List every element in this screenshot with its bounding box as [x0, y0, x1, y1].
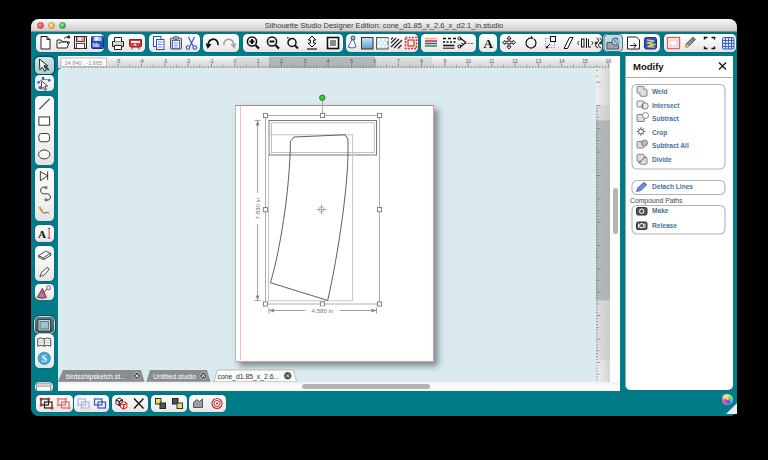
svg-text:12: 12: [512, 58, 518, 64]
svg-text:15: 15: [582, 58, 588, 64]
svg-text:5: 5: [350, 58, 353, 64]
svg-text:Detach Lines: Detach Lines: [652, 183, 693, 190]
svg-text:A: A: [484, 36, 494, 51]
svg-text:4.580 in: 4.580 in: [311, 307, 334, 314]
svg-text:Release: Release: [652, 222, 677, 229]
svg-text:9: 9: [444, 58, 447, 64]
svg-text:-5: -5: [116, 58, 121, 64]
svg-text:13: 13: [536, 58, 542, 64]
svg-text:14: 14: [559, 58, 565, 64]
svg-text:M: M: [615, 39, 620, 45]
svg-text:7.830 in: 7.830 in: [254, 197, 261, 220]
svg-text:Untitled.studio: Untitled.studio: [153, 373, 196, 380]
svg-text:11: 11: [489, 58, 494, 64]
svg-text:-3: -3: [163, 58, 168, 64]
svg-text:8: 8: [420, 58, 423, 64]
svg-text:-4: -4: [139, 58, 144, 64]
svg-text:1: 1: [257, 58, 260, 64]
svg-text:3: 3: [304, 58, 307, 64]
svg-text:birdsshipsketch.st...: birdsshipsketch.st...: [66, 373, 126, 381]
svg-text:Modify: Modify: [633, 61, 664, 72]
svg-text:Divide: Divide: [652, 156, 672, 163]
svg-text:Weld: Weld: [652, 88, 668, 95]
svg-text:Subtract: Subtract: [652, 115, 680, 122]
svg-text:16: 16: [606, 58, 612, 64]
svg-text:4: 4: [327, 58, 330, 64]
svg-text:A: A: [38, 228, 46, 240]
svg-text:lib: lib: [93, 42, 100, 48]
svg-text:7: 7: [397, 58, 400, 64]
svg-text:cone_d1.85_x_2.6...: cone_d1.85_x_2.6...: [218, 373, 280, 381]
svg-text:Subtract All: Subtract All: [652, 142, 689, 149]
svg-text:0: 0: [233, 58, 236, 64]
svg-text:Intersect: Intersect: [652, 102, 680, 109]
svg-text:6: 6: [374, 58, 377, 64]
svg-text:2: 2: [280, 58, 283, 64]
svg-text:-1: -1: [209, 58, 214, 64]
svg-text:Compound Paths: Compound Paths: [630, 197, 683, 205]
svg-text:-2: -2: [186, 58, 191, 64]
svg-text:10: 10: [466, 58, 472, 64]
svg-text:Make: Make: [652, 207, 669, 214]
svg-text:14.840 , -1.665: 14.840 , -1.665: [65, 60, 103, 66]
svg-text:Crop: Crop: [652, 129, 667, 137]
svg-text:S: S: [42, 353, 47, 364]
